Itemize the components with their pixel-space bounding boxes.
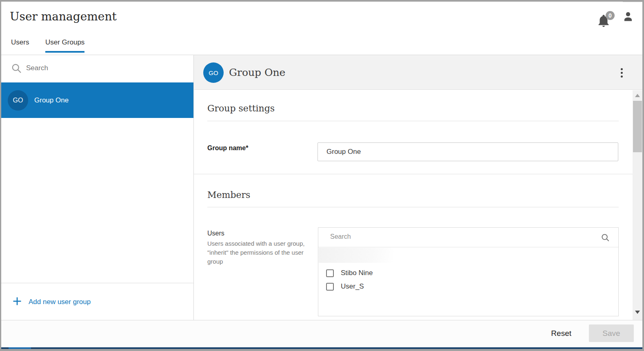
triangle-up-icon xyxy=(635,94,640,97)
members-search-field[interactable]: Search xyxy=(318,228,618,247)
kebab-dot xyxy=(621,72,623,74)
scroll-down-button[interactable] xyxy=(633,308,642,317)
users-label: Users xyxy=(207,230,224,237)
search-icon xyxy=(601,233,610,242)
top-bar: User management 0 Users User Groups xyxy=(1,2,642,55)
detail-body: Group settings Group name* Group One Mem… xyxy=(194,90,642,320)
save-button[interactable]: Save xyxy=(589,324,634,342)
members-picker: Search Stibo Nine User_S xyxy=(318,227,619,316)
scroll-up-button[interactable] xyxy=(633,90,642,101)
member-option[interactable]: Stibo Nine xyxy=(318,267,618,280)
window-frame-left xyxy=(0,0,1,351)
window-frame-bottom xyxy=(0,349,644,351)
group-name-value: Group One xyxy=(326,148,361,156)
detail-avatar: GO xyxy=(203,62,224,83)
member-label: User_S xyxy=(341,282,364,291)
tab-users[interactable]: Users xyxy=(11,38,29,55)
loading-shimmer xyxy=(319,248,394,263)
window-frame-right xyxy=(642,0,644,351)
group-search-placeholder: Search xyxy=(26,64,48,72)
group-name: Group One xyxy=(34,82,69,118)
checkbox[interactable] xyxy=(326,269,334,277)
tab-users-label: Users xyxy=(11,38,29,46)
notification-badge: 0 xyxy=(606,11,615,20)
kebab-dot xyxy=(621,68,623,70)
members-rule xyxy=(207,207,619,207)
group-name-input[interactable]: Group One xyxy=(318,142,618,161)
scrollbar-thumb[interactable] xyxy=(633,101,642,152)
active-tab-underline xyxy=(45,51,84,53)
topbar-actions: 0 xyxy=(1,2,642,55)
action-footer: Reset Save xyxy=(1,320,642,347)
tab-user-groups-label: User Groups xyxy=(45,38,84,46)
window-frame-top xyxy=(0,0,644,2)
group-list-item[interactable]: GO Group One xyxy=(1,82,193,118)
group-settings-rule xyxy=(207,121,619,121)
group-list-panel: Search GO Group One Add new user group xyxy=(1,55,194,320)
profile-button[interactable] xyxy=(622,11,634,24)
checkbox[interactable] xyxy=(326,283,334,291)
kebab-menu-button[interactable] xyxy=(617,67,626,79)
member-label: Stibo Nine xyxy=(341,269,373,277)
person-icon xyxy=(623,11,633,22)
vertical-scrollbar[interactable] xyxy=(633,90,642,320)
section-divider xyxy=(194,174,633,174)
tab-user-groups[interactable]: User Groups xyxy=(45,38,84,55)
notifications-button[interactable]: 0 xyxy=(597,11,616,29)
detail-header: GO Group One xyxy=(194,55,642,90)
window-frame-tick xyxy=(623,2,642,2)
group-settings-heading: Group settings xyxy=(207,103,275,113)
kebab-dot xyxy=(621,76,623,78)
group-search-field[interactable]: Search xyxy=(1,55,193,82)
plus-icon xyxy=(13,297,22,306)
triangle-down-icon xyxy=(635,311,640,314)
members-search-placeholder: Search xyxy=(330,233,351,240)
group-detail-panel: GO Group One Group settings Group name* … xyxy=(194,55,642,320)
group-list: GO Group One xyxy=(1,82,193,118)
reset-button[interactable]: Reset xyxy=(541,324,581,342)
add-user-group-label: Add new user group xyxy=(29,283,91,320)
add-user-group-button[interactable]: Add new user group xyxy=(1,283,193,320)
group-avatar: GO xyxy=(8,90,28,111)
detail-title: Group One xyxy=(229,55,285,90)
users-description: Users associated with a user group, "inh… xyxy=(207,239,310,266)
search-icon xyxy=(11,63,22,74)
group-name-label: Group name* xyxy=(207,144,248,152)
member-option[interactable]: User_S xyxy=(318,280,618,293)
members-heading: Members xyxy=(207,190,250,200)
